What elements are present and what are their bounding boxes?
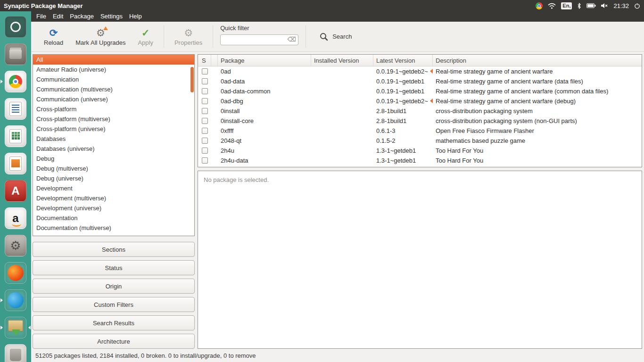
package-checkbox[interactable] bbox=[202, 118, 208, 124]
package-name: 2h4u bbox=[218, 146, 311, 156]
running-indicator bbox=[0, 80, 3, 83]
mark-all-upgrades-button[interactable]: ⚙ Mark All Upgrades bbox=[69, 22, 132, 51]
section-item[interactable]: Cross-platform (universe) bbox=[33, 124, 194, 134]
toolbar-separator bbox=[305, 25, 306, 48]
ubuntu-dash-icon[interactable] bbox=[5, 16, 26, 38]
adobe-reader-icon[interactable]: A bbox=[5, 180, 26, 202]
column-header-package[interactable]: Package bbox=[218, 55, 311, 66]
package-state-cell bbox=[211, 136, 218, 146]
section-item[interactable]: Debug (multiverse) bbox=[33, 164, 194, 173]
search-icon bbox=[320, 33, 328, 41]
package-checkbox[interactable] bbox=[202, 148, 208, 154]
messaging-app-icon[interactable] bbox=[5, 289, 26, 311]
column-header-latest-version[interactable]: Latest Version bbox=[373, 55, 433, 66]
package-state-cell bbox=[211, 86, 218, 96]
package-name: 2h4u-data bbox=[218, 156, 311, 165]
trash-icon[interactable] bbox=[5, 344, 26, 362]
package-row[interactable]: 0install2.8-1build1cross-distribution pa… bbox=[198, 106, 642, 116]
column-header-s[interactable]: S bbox=[198, 55, 211, 66]
battery-icon[interactable] bbox=[586, 3, 596, 8]
section-item[interactable]: Documentation (multiverse) bbox=[33, 223, 194, 233]
section-item[interactable]: Databases bbox=[33, 134, 194, 144]
section-item[interactable]: Databases (universe) bbox=[33, 144, 194, 154]
system-settings-icon[interactable]: ⚙ bbox=[5, 235, 26, 256]
menu-edit[interactable]: Edit bbox=[50, 11, 66, 22]
package-row[interactable]: 2h4u1.3-1~getdeb1Too Hard For You bbox=[198, 146, 642, 156]
section-item[interactable]: Amateur Radio (universe) bbox=[33, 65, 194, 74]
package-checkbox[interactable] bbox=[202, 157, 208, 164]
section-item[interactable]: Development (multiverse) bbox=[33, 193, 194, 203]
package-row[interactable]: 0ad-dbg0.0.19-1~getdeb2~Real-time strate… bbox=[198, 96, 642, 106]
libreoffice-calc-icon[interactable] bbox=[5, 125, 26, 147]
status-button[interactable]: Status bbox=[33, 260, 195, 275]
section-item[interactable]: Communication bbox=[33, 74, 194, 84]
section-item[interactable]: Communication (multiverse) bbox=[33, 84, 194, 94]
package-checkbox[interactable] bbox=[202, 88, 208, 94]
package-checkbox[interactable] bbox=[202, 128, 208, 134]
section-item[interactable]: Cross-platform bbox=[33, 104, 194, 114]
bluetooth-icon[interactable] bbox=[577, 3, 581, 9]
section-item[interactable]: Development bbox=[33, 183, 194, 193]
package-checkbox[interactable] bbox=[202, 108, 208, 114]
section-item[interactable]: Documentation (universe) bbox=[33, 233, 194, 236]
section-item[interactable]: Documentation bbox=[33, 213, 194, 223]
package-row[interactable]: 0xffff0.6.1-3Open Free Fiasco Firmware F… bbox=[198, 126, 642, 136]
package-row[interactable]: 0ad-data0.0.19-1~getdeb1Real-time strate… bbox=[198, 76, 642, 86]
keyboard-layout-indicator[interactable]: En, bbox=[561, 2, 572, 9]
chrome-indicator-icon[interactable] bbox=[536, 2, 543, 9]
search-label: Search bbox=[332, 33, 352, 40]
package-checkbox[interactable] bbox=[202, 98, 208, 104]
package-name: 0xffff bbox=[218, 126, 311, 136]
package-checkbox[interactable] bbox=[202, 68, 208, 74]
package-row[interactable]: 0ad-data-common0.0.19-1~getdeb1Real-time… bbox=[198, 86, 642, 96]
volume-muted-icon[interactable] bbox=[601, 3, 608, 8]
amazon-icon[interactable]: a bbox=[5, 207, 26, 229]
section-item[interactable]: Cross-platform (multiverse) bbox=[33, 114, 194, 124]
clock[interactable]: 21:32 bbox=[613, 2, 629, 9]
section-item[interactable]: Development (universe) bbox=[33, 203, 194, 213]
column-header-description[interactable]: Description bbox=[433, 55, 642, 66]
column-header-installed-version[interactable]: Installed Version bbox=[311, 55, 373, 66]
package-row[interactable]: 0ad0.0.19-1~getdeb2~Real-time strategy g… bbox=[198, 66, 642, 76]
package-checkbox[interactable] bbox=[202, 78, 208, 84]
menu-package[interactable]: Package bbox=[66, 11, 97, 22]
section-item[interactable]: All bbox=[33, 55, 194, 65]
package-row[interactable]: 0install-core2.8-1build1cross-distributi… bbox=[198, 116, 642, 126]
truncation-marker bbox=[430, 69, 433, 74]
synaptic-icon[interactable] bbox=[5, 317, 26, 338]
clear-filter-icon[interactable]: ⌫ bbox=[288, 36, 296, 43]
package-table: S Package Installed Version Latest Versi… bbox=[198, 54, 642, 167]
column-header-blank[interactable] bbox=[211, 55, 218, 66]
google-chrome-icon[interactable] bbox=[5, 71, 26, 92]
wifi-icon[interactable] bbox=[548, 3, 556, 9]
toolbar-separator bbox=[164, 25, 164, 48]
package-description: cross-distribution packaging system bbox=[433, 106, 642, 116]
search-results-button[interactable]: Search Results bbox=[33, 315, 195, 330]
session-menu-icon[interactable] bbox=[634, 3, 640, 9]
scrollbar-thumb[interactable] bbox=[190, 67, 194, 92]
libreoffice-writer-icon[interactable] bbox=[5, 98, 26, 120]
package-row[interactable]: 2048-qt0.1.5-2mathematics based puzzle g… bbox=[198, 136, 642, 146]
architecture-button[interactable]: Architecture bbox=[33, 334, 195, 349]
reload-button[interactable]: ⟳ Reload bbox=[38, 22, 69, 51]
origin-button[interactable]: Origin bbox=[33, 279, 195, 294]
package-checkbox[interactable] bbox=[202, 138, 208, 144]
section-item[interactable]: Debug (universe) bbox=[33, 173, 194, 183]
package-row-partial bbox=[198, 165, 642, 167]
sections-button[interactable]: Sections bbox=[33, 242, 195, 257]
properties-button[interactable]: ⚙ Properties bbox=[168, 22, 208, 51]
package-state-cell bbox=[211, 126, 218, 136]
package-row[interactable]: 2h4u-data1.3-1~getdeb1Too Hard For You bbox=[198, 156, 642, 165]
section-item[interactable]: Debug bbox=[33, 154, 194, 164]
libreoffice-impress-icon[interactable] bbox=[5, 153, 26, 174]
firefox-icon[interactable] bbox=[5, 262, 26, 284]
search-button[interactable]: Search bbox=[312, 22, 359, 51]
apply-button[interactable]: ✓ Apply bbox=[132, 22, 159, 51]
file-manager-icon[interactable] bbox=[5, 43, 26, 65]
menu-help[interactable]: Help bbox=[126, 11, 145, 22]
menu-settings[interactable]: Settings bbox=[97, 11, 126, 22]
section-item[interactable]: Communication (universe) bbox=[33, 94, 194, 104]
menu-file[interactable]: File bbox=[33, 11, 50, 22]
quick-filter-input[interactable] bbox=[220, 34, 298, 45]
custom-filters-button[interactable]: Custom Filters bbox=[33, 297, 195, 312]
